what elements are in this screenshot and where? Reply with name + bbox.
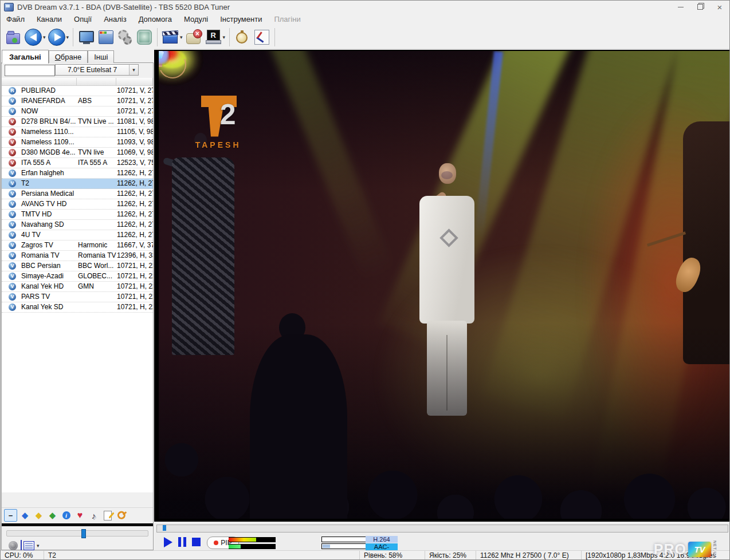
channel-row[interactable]: VNOW10721, V, 27 xyxy=(2,107,153,117)
menu-item-analysis[interactable]: Аналіз xyxy=(104,15,127,23)
menu-item-file[interactable]: Файл xyxy=(6,15,25,23)
scheduler-button[interactable] xyxy=(253,28,271,46)
channel-row[interactable]: RPUBLIRAD10721, V, 27 xyxy=(2,86,153,96)
window-button[interactable] xyxy=(96,28,115,46)
channel-name: Zagros TV xyxy=(21,240,53,250)
channel-row[interactable]: VD278 BRLN B4/...TVN Live ...11081, V, 9… xyxy=(2,117,153,127)
channel-search-input[interactable] xyxy=(5,65,55,76)
menu-item-channels[interactable]: Канали xyxy=(37,15,62,23)
volume-slider[interactable] xyxy=(6,530,148,537)
gears-button[interactable] xyxy=(116,28,134,46)
channel-row[interactable]: VPARS TV10721, H, 22 xyxy=(2,292,153,302)
chevron-down-icon[interactable]: ▾ xyxy=(129,65,138,75)
channel-row[interactable]: VNavahang SD11262, H, 27 xyxy=(2,220,153,230)
channel-logo-t2: 2 TAPESH xyxy=(193,96,262,151)
record-r-button[interactable]: ▾ xyxy=(204,28,226,46)
stopwatch-button[interactable] xyxy=(233,28,252,46)
channel-frequency: 11667, V, 37 xyxy=(117,240,153,250)
channel-row[interactable]: VD380 MGDB 4e...TVN live11069, V, 98 xyxy=(2,148,153,158)
volume-row xyxy=(2,529,153,538)
chevron-down-icon[interactable]: ▾ xyxy=(37,543,40,549)
diamond-green-icon[interactable] xyxy=(46,510,58,521)
diamond-blue-icon[interactable] xyxy=(19,510,31,521)
toolbar-separator xyxy=(73,28,73,46)
channel-row[interactable]: VITA 555 AITA 555 A12523, V, 75 xyxy=(2,158,153,168)
tv-channel-icon: V xyxy=(9,139,16,146)
chevron-down-icon[interactable]: ▾ xyxy=(66,34,69,40)
channel-row[interactable]: VPersiana Medical11262, H, 27 xyxy=(2,189,153,199)
restore-button[interactable] xyxy=(690,1,710,13)
signal-quality-status: Якість: 25% xyxy=(425,551,476,560)
watermark-domain-text: NET.UA xyxy=(713,541,717,558)
close-button[interactable]: × xyxy=(710,1,729,13)
satellite-selected-value: 7.0°E Eutelsat 7 xyxy=(56,66,129,74)
monitor-button[interactable] xyxy=(77,28,95,46)
channel-row[interactable]: VRomania TVRomania TV12396, H, 33 xyxy=(2,251,153,261)
forward-button[interactable]: ▾ xyxy=(48,28,70,46)
channel-frequency: 10721, H, 22 xyxy=(117,292,153,302)
channel-name: D380 MGDB 4e... xyxy=(21,148,76,157)
channels-folder-button[interactable] xyxy=(5,28,23,46)
diamond-yellow-icon[interactable] xyxy=(33,510,45,521)
satellite-select[interactable]: 7.0°E Eutelsat 7 ▾ xyxy=(55,64,139,76)
audience-silhouette xyxy=(250,313,347,519)
tv-channel-icon: V xyxy=(9,190,16,198)
seek-slider-handle[interactable] xyxy=(163,525,166,531)
stopwatch-icon xyxy=(234,29,251,46)
channel-row[interactable]: VBBC PersianBBC Worl...10721, H, 22 xyxy=(2,261,153,271)
channel-row[interactable]: VT211262, H, 27 xyxy=(2,179,153,189)
channel-frequency: 12396, H, 33 xyxy=(117,251,153,261)
chevron-down-icon[interactable]: ▾ xyxy=(223,34,226,40)
channel-frequency: 10721, H, 22 xyxy=(117,271,153,281)
channel-row[interactable]: VNameless 1110...11105, V, 98 xyxy=(2,127,153,137)
current-channel-status: T2 xyxy=(44,551,360,560)
channel-row[interactable]: VTMTV HD11262, H, 27 xyxy=(2,210,153,220)
menu-item-options[interactable]: Опції xyxy=(74,15,92,23)
minimize-button[interactable] xyxy=(671,1,690,13)
channel-row[interactable]: VKanal Yek SD10721, H, 22 xyxy=(2,302,153,313)
channel-name: Kanal Yek SD xyxy=(21,302,63,312)
edit-doc-icon[interactable] xyxy=(101,510,113,521)
menu-item-help[interactable]: Допомога xyxy=(139,15,172,23)
channel-frequency: 10721, V, 27 xyxy=(117,96,153,106)
pause-button[interactable] xyxy=(178,537,186,547)
tab-other[interactable]: Інші xyxy=(88,50,114,63)
speaker-icon[interactable] xyxy=(9,541,18,550)
channel-row[interactable]: VIRANEFARDAABS10721, V, 27 xyxy=(2,96,153,107)
info-icon[interactable] xyxy=(60,510,72,521)
seek-slider[interactable] xyxy=(156,524,728,533)
video-window-button[interactable] xyxy=(135,28,154,46)
osd-control[interactable]: ▾ xyxy=(23,541,40,550)
channel-row[interactable]: VAVANG TV HD11262, H, 27 xyxy=(2,199,153,210)
channel-name: Nameless 1109... xyxy=(21,137,74,147)
chevron-down-icon[interactable]: ▾ xyxy=(180,34,183,40)
back-button[interactable]: ▾ xyxy=(24,28,46,46)
video-window[interactable]: 2 TAPESH xyxy=(154,50,730,520)
tab-favorites[interactable]: Обране xyxy=(49,50,88,63)
chevron-down-icon[interactable]: ▾ xyxy=(43,34,46,40)
volume-slider-handle[interactable] xyxy=(81,529,86,538)
favorites-icon[interactable] xyxy=(74,510,86,521)
tv-channel-icon: V xyxy=(9,108,16,115)
channel-list-header[interactable] xyxy=(2,78,153,86)
channel-row[interactable]: VKanal Yek HDGMN10721, H, 22 xyxy=(2,282,153,292)
channel-row[interactable]: VSimaye-AzadiGLOBEC...10721, H, 22 xyxy=(2,271,153,282)
play-button[interactable] xyxy=(164,537,172,547)
collapse-icon[interactable] xyxy=(4,509,17,522)
channel-frequency: 11081, V, 98 xyxy=(117,117,153,127)
channel-row[interactable]: V4U TV11262, H, 27 xyxy=(2,230,153,240)
delete-button[interactable] xyxy=(185,28,203,46)
tab-general[interactable]: Загальні xyxy=(2,50,49,64)
movie-button[interactable]: ▾ xyxy=(161,28,183,46)
menu-item-modules[interactable]: Модулі xyxy=(184,15,208,23)
menu-item-tools[interactable]: Інструменти xyxy=(220,15,262,23)
channel-tabs: ЗагальніОбранеІнші xyxy=(2,50,114,63)
channel-tab-page: 7.0°E Eutelsat 7 ▾ RPUBLIRAD10721, V, 27… xyxy=(1,62,154,550)
audio-track-icon[interactable] xyxy=(88,510,100,521)
key-icon[interactable] xyxy=(113,507,129,523)
channel-row[interactable]: VNameless 1109...11093, V, 98 xyxy=(2,137,153,148)
channel-row[interactable]: VZagros TVHarmonic11667, V, 37 xyxy=(2,240,153,251)
channel-row[interactable]: VErfan halgheh11262, H, 27 xyxy=(2,168,153,179)
splitter-handle[interactable] xyxy=(2,523,153,526)
stop-button[interactable] xyxy=(192,538,201,546)
